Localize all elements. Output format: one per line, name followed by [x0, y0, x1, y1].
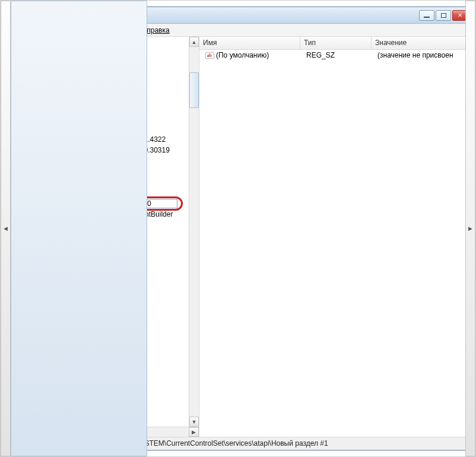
- tree-vertical-scrollbar[interactable]: ▲ ▼: [189, 37, 199, 427]
- registry-editor-window: Редактор реестра ✕ Файл Правка Вид Избра…: [7, 7, 469, 450]
- maximize-button[interactable]: [436, 10, 451, 21]
- string-value-icon: [205, 51, 214, 60]
- scroll-thumb[interactable]: [189, 72, 199, 108]
- scroll-down-arrow[interactable]: ▼: [189, 417, 199, 427]
- column-type[interactable]: Тип: [300, 37, 372, 49]
- scroll-up-arrow[interactable]: ▲: [189, 37, 199, 47]
- scroll-right-arrow[interactable]: ▶: [189, 427, 199, 437]
- scroll-right-arrow[interactable]: ▶: [465, 1, 475, 456]
- value-type: REG_SZ: [303, 51, 374, 59]
- column-value[interactable]: Значение: [372, 37, 467, 49]
- value-name: (По умолчанию): [216, 51, 269, 59]
- column-name[interactable]: Имя: [199, 37, 300, 49]
- scroll-left-arrow[interactable]: ◀: [1, 1, 11, 456]
- list-header: Имя Тип Значение: [199, 37, 469, 50]
- value-data: (значение не присвоен: [374, 51, 469, 59]
- minimize-button[interactable]: [419, 10, 434, 21]
- scroll-thumb[interactable]: [11, 1, 147, 456]
- values-pane: Имя Тип Значение (По умолчанию)REG_SZ(зн…: [199, 37, 469, 437]
- list-row[interactable]: (По умолчанию)REG_SZ(значение не присвое…: [199, 50, 469, 61]
